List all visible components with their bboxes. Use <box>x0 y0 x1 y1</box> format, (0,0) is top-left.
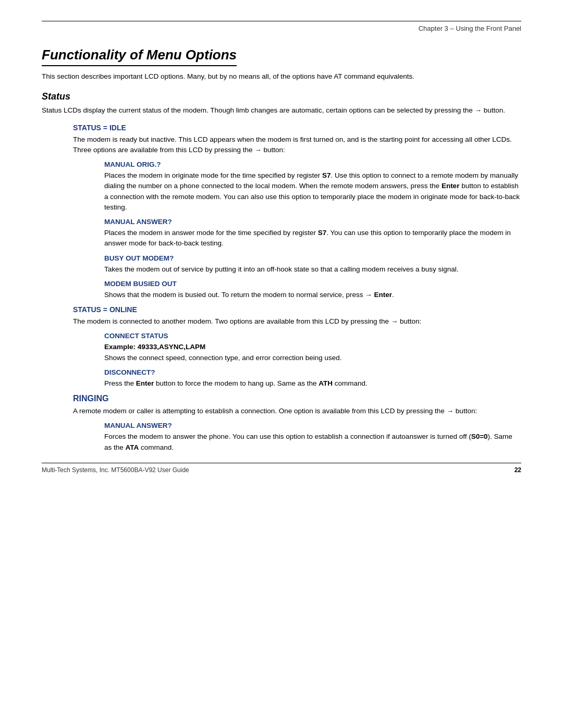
page-container: Chapter 3 – Using the Front Panel Functi… <box>0 0 563 489</box>
main-title-wrapper: Functionality of Menu Options <box>42 47 521 71</box>
ringing-body: A remote modem or caller is attempting t… <box>73 406 521 416</box>
manual-orig-body: Places the modem in originate mode for t… <box>104 170 521 213</box>
ringing-manual-answer-body: Forces the modem to answer the phone. Yo… <box>104 431 521 453</box>
connect-status-example: Example: 49333,ASYNC,LAPM Shows the conn… <box>104 342 521 363</box>
footer-left: Multi-Tech Systems, Inc. MT5600BA-V92 Us… <box>42 466 189 474</box>
manual-answer-body: Places the modem in answer mode for the … <box>104 228 521 249</box>
chapter-header: Chapter 3 – Using the Front Panel <box>42 24 521 32</box>
arrow-icon-ringing <box>447 407 454 415</box>
status-online-body: The modem is connected to another modem.… <box>73 316 521 327</box>
main-title: Functionality of Menu Options <box>42 47 237 66</box>
manual-orig-heading: MANUAL ORIG.? <box>104 161 521 168</box>
busy-out-modem-heading: BUSY OUT MODEM? <box>104 254 521 262</box>
busy-out-modem-body: Takes the modem out of service by puttin… <box>104 264 521 275</box>
top-rule <box>42 21 521 21</box>
arrow-icon <box>474 106 482 114</box>
ringing-heading: RINGING <box>73 394 521 403</box>
modem-busied-out-heading: MODEM BUSIED OUT <box>104 280 521 288</box>
manual-answer-heading: MANUAL ANSWER? <box>104 218 521 226</box>
chapter-title: Chapter 3 – Using the Front Panel <box>419 24 521 32</box>
arrow-icon-busied <box>365 291 372 299</box>
intro-text: This section describes important LCD opt… <box>42 71 521 82</box>
arrow-icon-idle <box>254 146 262 154</box>
page-footer: Multi-Tech Systems, Inc. MT5600BA-V92 Us… <box>42 463 521 474</box>
page-number: 22 <box>515 466 521 474</box>
status-online-heading: STATUS = ONLINE <box>73 305 521 314</box>
status-heading: Status <box>42 91 521 102</box>
status-idle-body: The modem is ready but inactive. This LC… <box>73 134 521 156</box>
ringing-manual-answer-heading: MANUAL ANSWER? <box>104 422 521 429</box>
status-idle-heading: STATUS = IDLE <box>73 124 521 132</box>
disconnect-body: Press the Enter button to force the mode… <box>104 378 521 389</box>
connect-status-heading: CONNECT STATUS <box>104 332 521 340</box>
disconnect-heading: DISCONNECT? <box>104 368 521 376</box>
status-body: Status LCDs display the current status o… <box>42 105 521 116</box>
modem-busied-out-body: Shows that the modem is busied out. To r… <box>104 290 521 300</box>
arrow-icon-online <box>391 317 398 325</box>
